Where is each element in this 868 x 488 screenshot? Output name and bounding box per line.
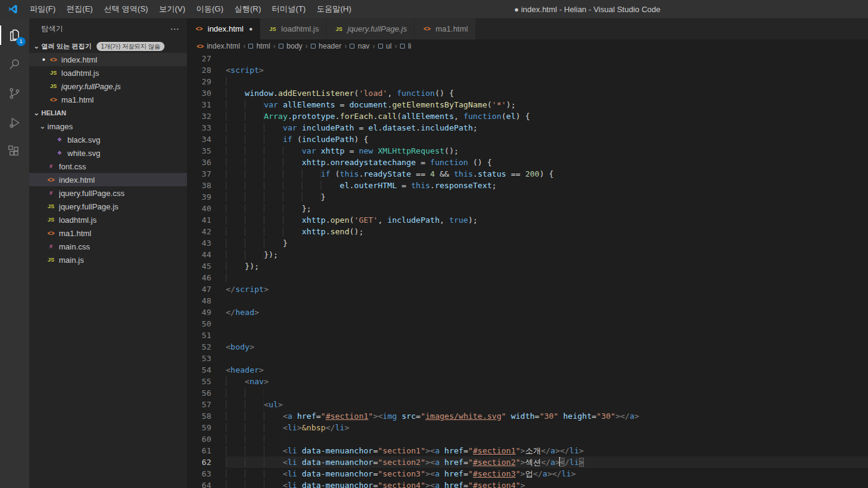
code-token: </ [226, 285, 236, 294]
code-line-55[interactable]: <nav> [226, 376, 868, 387]
tree-item-8[interactable]: <>ma1.html [29, 226, 187, 240]
code-line-58[interactable]: <a href="#section1"><img src="images/whi… [226, 410, 868, 422]
code-line-63[interactable]: <li data-menuanchor="section3"><a href="… [226, 468, 868, 480]
tab-loadhtml.js[interactable]: JSloadhtml.js [260, 18, 327, 39]
tree-item-1[interactable]: ❖black.svg [29, 133, 187, 146]
menu-item-3[interactable]: 보기(V) [154, 0, 191, 18]
code-line-48[interactable] [226, 295, 868, 307]
open-editor-label: ma1.html [61, 95, 93, 104]
tree-item-4[interactable]: <>index.html [29, 173, 187, 186]
code-line-36[interactable]: xhttp.onreadystatechange = function () { [226, 157, 868, 168]
breadcrumb-item-nav[interactable]: nav [350, 42, 369, 50]
code-token: data-menuanchor [302, 458, 373, 467]
menu-item-7[interactable]: 도움말(H) [311, 0, 357, 18]
code-token: , [454, 112, 464, 121]
code-line-43[interactable]: } [226, 237, 868, 249]
breadcrumb-item-ul[interactable]: ul [378, 42, 392, 50]
code-token: li [335, 423, 345, 432]
more-actions-icon[interactable]: ⋯ [170, 24, 180, 35]
code-line-50[interactable] [226, 318, 868, 330]
js-file-icon: JS [46, 257, 56, 263]
tab-index.html[interactable]: <>index.html● [187, 18, 260, 39]
code-line-38[interactable]: el.outerHTML = this.responseText; [226, 180, 868, 191]
code-line-45[interactable]: }); [226, 260, 868, 272]
breadcrumb-item-header[interactable]: header [311, 42, 341, 50]
code-line-54[interactable]: <header> [226, 364, 868, 376]
code-line-60[interactable] [226, 433, 868, 445]
menu-item-5[interactable]: 실행(R) [229, 0, 266, 18]
code-line-35[interactable]: var xhttp = new XMLHttpRequest(); [226, 145, 868, 157]
chevron-down-icon: ⌄ [32, 109, 41, 117]
open-editor-item-2[interactable]: JSjquery.fullPage.js [29, 80, 187, 93]
breadcrumb-item-body[interactable]: body [279, 42, 302, 50]
code-token: >< [426, 446, 435, 455]
code-line-40[interactable]: }; [226, 203, 868, 214]
code-line-52[interactable]: <body> [226, 341, 868, 353]
code-line-44[interactable]: }); [226, 249, 868, 260]
open-editor-item-1[interactable]: JSloadhtml.js [29, 66, 187, 80]
code-token [226, 123, 283, 132]
line-number: 32 [187, 110, 226, 122]
code-content[interactable]: <script> window.addEventListener('load',… [226, 53, 868, 488]
code-line-41[interactable]: xhttp.open('GET', includePath, true); [226, 214, 868, 226]
code-line-64[interactable]: <li data-menuanchor="section4"><a href="… [226, 480, 868, 488]
tree-item-2[interactable]: ❖white.svg [29, 146, 187, 160]
tree-item-9[interactable]: #main.css [29, 240, 187, 253]
tree-item-3[interactable]: #font.css [29, 160, 187, 173]
tree-item-0[interactable]: ⌄images [29, 120, 187, 133]
code-line-29[interactable] [226, 76, 868, 87]
tree-item-6[interactable]: JSjquery.fullPage.js [29, 200, 187, 213]
code-line-46[interactable] [226, 272, 868, 283]
source-control-icon[interactable] [0, 79, 29, 108]
open-editors-header[interactable]: ⌄ 열려 있는 편집기 1개(가) 저장되지 않음 [29, 39, 187, 53]
code-line-49[interactable]: </head> [226, 307, 868, 318]
tab-ma1.html[interactable]: <>ma1.html [415, 18, 475, 39]
breadcrumb-item-index.html[interactable]: <>index.html [197, 42, 240, 50]
tab-jquery.fullPage.js[interactable]: JSjquery.fullPage.js [327, 18, 415, 39]
code-line-37[interactable]: if (this.readyState == 4 && this.status … [226, 168, 868, 180]
code-line-59[interactable]: <li>&nbsp</li> [226, 422, 868, 433]
tree-item-5[interactable]: #jquery.fullPage.css [29, 186, 187, 200]
explorer-icon[interactable]: 1 [0, 21, 29, 50]
code-line-39[interactable]: } [226, 191, 868, 203]
run-and-debug-icon[interactable] [0, 108, 29, 137]
code-line-32[interactable]: Array.prototype.forEach.call(allElements… [226, 110, 868, 122]
code-line-51[interactable] [226, 330, 868, 341]
code-line-34[interactable]: if (includePath) { [226, 134, 868, 145]
search-icon[interactable] [0, 50, 29, 79]
menu-item-4[interactable]: 이동(G) [191, 0, 229, 18]
folder-label: images [47, 122, 73, 131]
code-line-47[interactable]: </script> [226, 283, 868, 295]
menu-item-1[interactable]: 편집(E) [61, 0, 98, 18]
code-editor[interactable]: 2728293031323334353637383940414243444546… [187, 53, 868, 488]
code-token: script [236, 285, 264, 294]
code-line-61[interactable]: <li data-menuanchor="section1"><a href="… [226, 445, 868, 456]
code-token: > [579, 458, 584, 467]
code-line-53[interactable] [226, 353, 868, 364]
open-editor-item-3[interactable]: <>ma1.html [29, 93, 187, 106]
menu-item-6[interactable]: 터미널(T) [266, 0, 311, 18]
code-line-33[interactable]: var includePath = el.dataset.includePath… [226, 122, 868, 134]
code-line-56[interactable] [226, 387, 868, 399]
js-file-icon: JS [49, 83, 58, 89]
breadcrumb-item-li[interactable]: li [400, 42, 411, 50]
code-token: = [335, 100, 349, 109]
tree-item-10[interactable]: JSmain.js [29, 253, 187, 266]
extensions-icon[interactable] [0, 137, 29, 166]
code-line-31[interactable]: var allElements = document.getElementsBy… [226, 99, 868, 110]
code-line-57[interactable]: <ul> [226, 399, 868, 410]
open-editor-item-0[interactable]: ●<>index.html [29, 53, 187, 66]
code-line-62[interactable]: <li data-menuanchor="section2"><a href="… [226, 456, 868, 468]
line-number-gutter[interactable]: 2728293031323334353637383940414243444546… [187, 53, 226, 488]
menu-item-2[interactable]: 선택 영역(S) [98, 0, 154, 18]
code-line-27[interactable] [226, 53, 868, 64]
breadcrumb-item-html[interactable]: html [248, 42, 270, 50]
code-line-28[interactable]: <script> [226, 64, 868, 76]
code-line-30[interactable]: window.addEventListener('load', function… [226, 87, 868, 99]
code-token: var [283, 123, 297, 132]
tree-item-7[interactable]: JSloadhtml.js [29, 213, 187, 226]
folder-root-header[interactable]: ⌄ HELIAN [29, 106, 187, 120]
code-line-42[interactable]: xhttp.send(); [226, 226, 868, 237]
file-label: main.js [59, 256, 84, 265]
menu-item-0[interactable]: 파일(F) [24, 0, 61, 18]
